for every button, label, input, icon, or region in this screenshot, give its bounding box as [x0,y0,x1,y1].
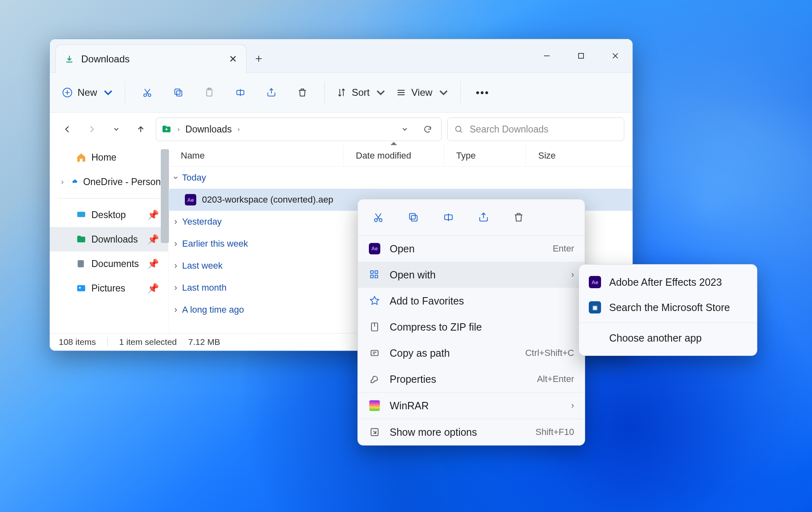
ctx-label: Add to Favorites [390,295,464,307]
pin-icon[interactable]: 📌 [147,210,159,221]
after-effects-icon: Ae [185,194,196,205]
ctx-item-properties[interactable]: Properties Alt+Enter [358,366,585,392]
search-input[interactable] [469,124,617,135]
sidebar-item-pictures[interactable]: Pictures 📌 [50,276,168,300]
sidebar-item-onedrive[interactable]: › OneDrive - Personal [50,170,168,194]
chevron-right-icon: › [174,216,177,227]
tab-downloads[interactable]: Downloads ✕ [55,44,246,73]
pin-icon[interactable]: 📌 [147,234,159,245]
column-size[interactable]: Size [526,145,632,166]
ctx-item-show-more[interactable]: Show more options Shift+F10 [358,419,585,445]
submenu-item-after-effects[interactable]: Ae Adobe After Effects 2023 [579,269,757,295]
sidebar-item-desktop[interactable]: Desktop 📌 [50,203,168,227]
tab-close-icon[interactable]: ✕ [229,53,237,65]
sort-button[interactable]: Sort [333,82,389,103]
column-type[interactable]: Type [444,145,526,166]
paste-button[interactable] [195,82,223,103]
sidebar-label: Documents [91,258,139,269]
window-titlebar[interactable]: Downloads ✕ ＋ [50,39,632,73]
back-button[interactable] [58,120,77,139]
ctx-item-winrar[interactable]: WinRAR › [358,393,585,419]
column-label: Size [538,150,556,161]
maximize-button[interactable] [564,39,598,73]
sidebar-item-downloads[interactable]: Downloads 📌 [50,227,168,252]
refresh-button[interactable] [419,121,436,138]
svg-rect-22 [77,285,85,291]
submenu-item-choose-app[interactable]: Choose another app [579,325,757,351]
tab-title: Downloads [81,53,130,65]
column-headers: Name Date modified Type Size [169,145,632,167]
delete-button[interactable] [288,82,316,103]
svg-point-18 [456,126,461,132]
ctx-item-open[interactable]: Ae Open Enter [358,236,585,262]
view-label: View [411,87,433,98]
group-today[interactable]: ›Today [169,167,632,189]
context-menu: Ae Open Enter Open with › Add to Favorit… [357,199,585,446]
forward-button[interactable] [82,120,101,139]
sidebar-scrollbar[interactable] [161,149,169,243]
breadcrumb-chevron-icon[interactable]: › [177,126,180,133]
separator [579,322,757,323]
more-button[interactable]: ••• [469,82,497,103]
ctx-label: Open [390,243,415,255]
ms-store-icon: ▣ [589,301,601,313]
svg-rect-32 [371,275,373,278]
svg-rect-36 [371,351,378,356]
close-button[interactable] [598,39,632,73]
ctx-item-compress-zip[interactable]: Compress to ZIP file [358,314,585,340]
pin-icon[interactable]: 📌 [147,283,159,294]
minimize-button[interactable] [530,39,564,73]
sidebar-label: OneDrive - Personal [83,177,168,188]
ctx-cut-button[interactable] [370,209,386,225]
ctx-rename-button[interactable] [440,209,457,225]
svg-point-23 [79,287,81,289]
group-label: Earlier this week [182,238,248,249]
breadcrumb-segment[interactable]: Downloads [185,124,232,135]
chevron-down-icon [375,87,386,98]
submenu-chevron-icon: › [571,269,574,280]
after-effects-icon: Ae [368,243,381,255]
group-label: Last month [182,282,226,293]
ctx-label: Show more options [390,426,477,438]
view-button[interactable]: View [393,82,452,103]
column-date-modified[interactable]: Date modified [344,145,444,166]
pin-icon[interactable]: 📌 [147,258,159,269]
address-bar[interactable]: › Downloads › [156,117,441,141]
svg-rect-20 [77,212,85,217]
ctx-label: WinRAR [390,400,429,412]
svg-rect-31 [375,271,378,274]
separator [460,82,461,104]
address-history-button[interactable] [396,121,413,138]
pictures-folder-icon [76,283,87,294]
copy-button[interactable] [164,82,192,103]
submenu-label: Search the Microsoft Store [609,302,730,313]
ctx-item-add-favorites[interactable]: Add to Favorites [358,288,585,314]
search-box[interactable] [447,117,624,141]
recent-dropdown[interactable] [107,120,126,139]
new-tab-button[interactable]: ＋ [246,44,271,73]
rename-button[interactable] [226,82,254,103]
winrar-icon [368,399,381,412]
ctx-share-button[interactable] [475,209,492,225]
submenu-item-ms-store[interactable]: ▣ Search the Microsoft Store [579,295,757,320]
open-with-submenu: Ae Adobe After Effects 2023 ▣ Search the… [579,264,757,356]
svg-rect-9 [177,91,182,96]
submenu-chevron-icon: › [571,400,574,411]
ctx-delete-button[interactable] [510,209,527,225]
group-label: Today [182,172,206,183]
new-button[interactable]: New [59,82,117,103]
cut-button[interactable] [133,82,161,103]
breadcrumb-chevron-icon[interactable]: › [237,126,240,133]
share-button[interactable] [257,82,285,103]
expand-chevron-icon[interactable]: › [61,178,67,186]
ctx-item-copy-path[interactable]: Copy as path Ctrl+Shift+C [358,340,585,366]
sidebar-item-home[interactable]: Home [50,145,168,170]
ctx-item-open-with[interactable]: Open with › [358,262,585,288]
ctx-label: Copy as path [390,347,450,359]
ctx-copy-button[interactable] [405,209,422,225]
column-name[interactable]: Name [169,145,344,166]
ctx-shortcut: Enter [552,243,574,254]
chevron-right-icon: › [174,238,177,249]
up-button[interactable] [131,120,150,139]
sidebar-item-documents[interactable]: Documents 📌 [50,252,168,276]
